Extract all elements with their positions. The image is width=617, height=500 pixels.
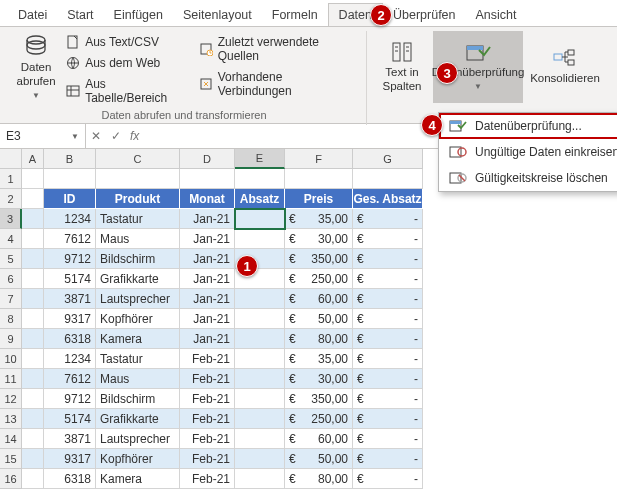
row-header[interactable]: 9: [0, 329, 22, 349]
cell[interactable]: [22, 389, 44, 409]
from-table-button[interactable]: Aus Tabelle/Bereich: [66, 75, 187, 107]
cell[interactable]: 3871: [44, 429, 96, 449]
row-header[interactable]: 6: [0, 269, 22, 289]
cell[interactable]: €250,00: [285, 409, 353, 429]
tab-insert[interactable]: Einfügen: [104, 4, 173, 26]
cell[interactable]: [235, 409, 285, 429]
cell[interactable]: Jan-21: [180, 269, 235, 289]
cell[interactable]: 3871: [44, 289, 96, 309]
cell[interactable]: €350,00: [285, 249, 353, 269]
header-cell[interactable]: Preis: [285, 189, 353, 209]
cell[interactable]: €80,00: [285, 469, 353, 489]
header-cell[interactable]: Monat: [180, 189, 235, 209]
col-header-A[interactable]: A: [22, 149, 44, 169]
col-header-F[interactable]: F: [285, 149, 353, 169]
cell[interactable]: Feb-21: [180, 389, 235, 409]
cell[interactable]: Grafikkarte: [96, 409, 180, 429]
tab-home[interactable]: Start: [57, 4, 103, 26]
cell[interactable]: €-: [353, 369, 423, 389]
cell[interactable]: Feb-21: [180, 449, 235, 469]
row-header[interactable]: 4: [0, 229, 22, 249]
cell[interactable]: Jan-21: [180, 209, 235, 229]
cell[interactable]: 7612: [44, 369, 96, 389]
row-header[interactable]: 2: [0, 189, 22, 209]
menu-clear-circles[interactable]: Gültigkeitskreise löschen: [439, 165, 617, 191]
row-header[interactable]: 10: [0, 349, 22, 369]
cell[interactable]: [22, 369, 44, 389]
cell[interactable]: [235, 229, 285, 249]
cell[interactable]: [22, 429, 44, 449]
cell[interactable]: €35,00: [285, 349, 353, 369]
name-box[interactable]: E3▼: [0, 124, 86, 148]
row-header[interactable]: 14: [0, 429, 22, 449]
row-header[interactable]: 15: [0, 449, 22, 469]
cell[interactable]: €-: [353, 209, 423, 229]
row-header[interactable]: 12: [0, 389, 22, 409]
cell[interactable]: [22, 409, 44, 429]
cell[interactable]: €-: [353, 229, 423, 249]
cell[interactable]: [22, 209, 44, 229]
cell[interactable]: Lautsprecher: [96, 289, 180, 309]
cell[interactable]: [235, 329, 285, 349]
select-all-corner[interactable]: [0, 149, 22, 169]
cell[interactable]: Maus: [96, 369, 180, 389]
menu-data-validation[interactable]: Datenüberprüfung...: [439, 113, 617, 139]
col-header-B[interactable]: B: [44, 149, 96, 169]
cell[interactable]: Kopfhörer: [96, 449, 180, 469]
cell[interactable]: 1234: [44, 209, 96, 229]
cell[interactable]: [22, 349, 44, 369]
col-header-D[interactable]: D: [180, 149, 235, 169]
cell[interactable]: Kopfhörer: [96, 309, 180, 329]
cell[interactable]: [235, 389, 285, 409]
cell[interactable]: [22, 449, 44, 469]
cell[interactable]: 7612: [44, 229, 96, 249]
text-to-columns-button[interactable]: Text in Spalten: [375, 31, 429, 103]
cell[interactable]: [22, 229, 44, 249]
cell[interactable]: [96, 169, 180, 189]
header-cell[interactable]: Absatz: [235, 189, 285, 209]
cell[interactable]: 6318: [44, 469, 96, 489]
cell[interactable]: [22, 289, 44, 309]
cell[interactable]: €-: [353, 309, 423, 329]
cell[interactable]: Jan-21: [180, 229, 235, 249]
cell[interactable]: €-: [353, 249, 423, 269]
cell[interactable]: 5174: [44, 409, 96, 429]
cell[interactable]: 1234: [44, 349, 96, 369]
header-cell[interactable]: Ges. Absatz: [353, 189, 423, 209]
menu-circle-invalid[interactable]: Ungültige Daten einkreisen: [439, 139, 617, 165]
cell[interactable]: 9317: [44, 449, 96, 469]
get-data-button[interactable]: Daten abrufen ▼: [10, 31, 62, 103]
from-text-csv-button[interactable]: Aus Text/CSV: [66, 33, 187, 51]
tab-layout[interactable]: Seitenlayout: [173, 4, 262, 26]
cell[interactable]: €50,00: [285, 309, 353, 329]
cell[interactable]: €35,00: [285, 209, 353, 229]
row-header[interactable]: 16: [0, 469, 22, 489]
cell[interactable]: [235, 429, 285, 449]
cell[interactable]: [22, 269, 44, 289]
cell[interactable]: Maus: [96, 229, 180, 249]
cell[interactable]: [22, 469, 44, 489]
cell[interactable]: €50,00: [285, 449, 353, 469]
cell[interactable]: [235, 309, 285, 329]
cell[interactable]: [22, 329, 44, 349]
consolidate-button[interactable]: Konsolidieren: [527, 31, 603, 103]
cell[interactable]: Lautsprecher: [96, 429, 180, 449]
tab-review[interactable]: Überprüfen: [383, 4, 466, 26]
cell[interactable]: [353, 169, 423, 189]
cell[interactable]: €-: [353, 349, 423, 369]
cell[interactable]: 9712: [44, 389, 96, 409]
row-header[interactable]: 3: [0, 209, 22, 229]
cell[interactable]: €-: [353, 409, 423, 429]
cell[interactable]: Kamera: [96, 329, 180, 349]
cell[interactable]: Jan-21: [180, 329, 235, 349]
row-header[interactable]: 1: [0, 169, 22, 189]
cell[interactable]: €-: [353, 429, 423, 449]
row-header[interactable]: 13: [0, 409, 22, 429]
cell[interactable]: 9317: [44, 309, 96, 329]
cell[interactable]: Kamera: [96, 469, 180, 489]
cell[interactable]: 6318: [44, 329, 96, 349]
tab-formulas[interactable]: Formeln: [262, 4, 328, 26]
cell[interactable]: [180, 169, 235, 189]
cell[interactable]: [22, 309, 44, 329]
cell[interactable]: €-: [353, 329, 423, 349]
